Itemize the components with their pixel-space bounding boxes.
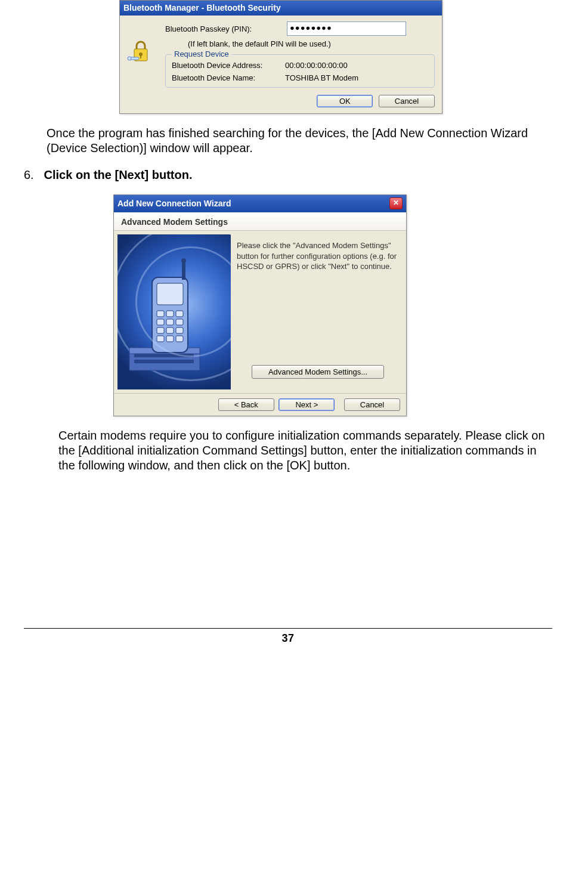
request-device-group: Request Device Bluetooth Device Address:… <box>165 54 435 88</box>
svg-rect-8 <box>134 360 194 363</box>
wizard-footer: < Back Next > Cancel <box>114 393 406 416</box>
cancel-button[interactable]: Cancel <box>344 398 400 411</box>
page-number: 37 <box>281 632 294 644</box>
body-paragraph: Once the program has finished searching … <box>47 126 552 156</box>
back-button[interactable]: < Back <box>218 398 274 411</box>
next-button[interactable]: Next > <box>278 398 335 411</box>
svg-rect-14 <box>157 319 164 325</box>
svg-rect-9 <box>152 277 188 352</box>
svg-rect-11 <box>157 311 164 317</box>
device-name-label: Bluetooth Device Name: <box>172 73 285 82</box>
step-number: 6. <box>24 168 41 183</box>
pin-hint: (If left blank, the default PIN will be … <box>188 39 435 48</box>
close-icon[interactable]: ✕ <box>389 197 403 209</box>
lock-key-icon <box>127 38 154 66</box>
pin-label: Bluetooth Passkey (PIN): <box>165 24 273 33</box>
svg-rect-23 <box>182 262 185 280</box>
device-address-label: Bluetooth Device Address: <box>172 61 285 70</box>
dialog-title: Bluetooth Manager - Bluetooth Security <box>123 3 281 13</box>
svg-rect-10 <box>157 283 183 305</box>
body-paragraph: Certain modems require you to configure … <box>58 428 552 473</box>
step-6: 6. Click on the [Next] button. <box>24 168 552 183</box>
svg-rect-21 <box>166 336 174 342</box>
wizard-description: Please click the "Advanced Modem Setting… <box>237 240 399 272</box>
svg-rect-2 <box>140 55 141 58</box>
bluetooth-security-dialog: Bluetooth Manager - Bluetooth Security <box>119 0 442 114</box>
svg-rect-12 <box>166 311 174 317</box>
device-name-value: TOSHIBA BT Modem <box>285 73 358 82</box>
ok-button[interactable]: OK <box>317 95 373 107</box>
wizard-body: Please click the "Advanced Modem Setting… <box>114 231 406 393</box>
pin-input[interactable]: ●●●●●●●● <box>287 21 406 36</box>
groupbox-legend: Request Device <box>172 50 231 58</box>
svg-rect-17 <box>157 327 164 333</box>
add-new-connection-wizard-dialog: Add New Connection Wizard ✕ Advanced Mod… <box>113 194 407 416</box>
svg-rect-15 <box>166 319 174 325</box>
svg-rect-7 <box>134 354 194 357</box>
advanced-modem-settings-button[interactable]: Advanced Modem Settings... <box>252 365 384 379</box>
step-text: Click on the [Next] button. <box>44 168 193 181</box>
device-address-value: 00:00:00:00:00:00 <box>285 61 348 70</box>
dialog-titlebar[interactable]: Bluetooth Manager - Bluetooth Security <box>120 1 442 16</box>
dialog-title: Add New Connection Wizard <box>117 199 231 208</box>
svg-rect-16 <box>176 319 183 325</box>
svg-rect-20 <box>157 336 164 342</box>
wizard-header: Advanced Modem Settings <box>114 212 406 231</box>
svg-rect-22 <box>176 336 183 342</box>
svg-point-4 <box>128 57 131 60</box>
cancel-button[interactable]: Cancel <box>379 95 435 107</box>
dialog-titlebar[interactable]: Add New Connection Wizard ✕ <box>114 195 406 212</box>
svg-rect-19 <box>176 327 183 333</box>
svg-rect-18 <box>166 327 174 333</box>
wizard-phone-image <box>117 234 231 389</box>
svg-rect-13 <box>176 311 183 317</box>
page-footer: 37 <box>24 628 552 645</box>
svg-point-24 <box>181 258 186 263</box>
